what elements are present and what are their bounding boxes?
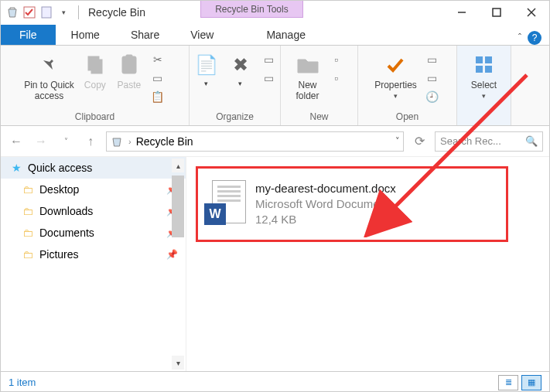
scroll-down-button[interactable]: ▾ [172,356,184,370]
file-size: 12,4 KB [255,212,396,227]
help-icon[interactable]: ? [528,31,541,45]
svg-rect-11 [476,56,483,63]
ribbon-body: Pin to Quick access Copy Paste ✂ ▭ 📋 Cli… [1,46,549,126]
new-folder-button: New folder [295,49,321,101]
crumb-dropdown-icon[interactable]: ˅ [395,136,400,146]
tiles-view-button[interactable]: ▦ [521,375,541,390]
copy-path-icon: ▭ [150,70,166,86]
pin-to-quick-access-button[interactable]: Pin to Quick access [24,49,74,101]
file-type: Microsoft Word Document [255,196,396,212]
svg-rect-12 [485,56,492,63]
svg-rect-14 [485,66,492,73]
breadcrumb[interactable]: › Recycle Bin ˅ [106,131,404,152]
file-list[interactable]: W my-dearest-document.docx Microsoft Wor… [186,157,549,371]
folder-icon: 🗀 [22,205,33,217]
select-icon [471,52,497,78]
window-controls [445,1,549,24]
minimize-button[interactable] [445,1,480,24]
new-folder-icon [295,52,321,78]
folder-icon: 🗀 [22,183,33,196]
move-to-icon: 📄 [193,52,220,78]
item-count: 1 item [9,377,36,388]
rename-icon: ▭ [261,70,277,86]
tab-view[interactable]: View [175,25,229,45]
properties-button[interactable]: Properties ▾ [374,49,417,100]
svg-rect-9 [126,55,132,59]
svg-rect-10 [125,61,134,70]
window-title: Recycle Bin [82,6,152,19]
group-open: Open [396,110,418,124]
quick-access-toolbar: ▾ [1,5,75,19]
search-input[interactable]: Search Rec... 🔍 [435,131,543,152]
checkbox-icon[interactable] [22,5,36,19]
up-button[interactable]: ↑ [81,132,100,151]
delete-icon: ✖ [227,52,254,78]
refresh-button[interactable]: ⟳ [410,132,429,151]
copy-to-icon: ▭ [261,52,277,67]
status-bar: 1 item ≣ ▦ [1,371,549,392]
contextual-tools-tab[interactable]: Recycle Bin Tools [200,1,303,18]
tab-file[interactable]: File [1,25,56,45]
scroll-up-button[interactable]: ▴ [172,159,184,172]
open-icon: ▭ [425,52,440,67]
properties-icon [382,52,408,78]
folder-icon: 🗀 [22,227,33,239]
back-button[interactable]: ← [7,132,26,151]
ribbon-collapse-icon[interactable]: ˆ [518,32,521,43]
file-item[interactable]: W my-dearest-document.docx Microsoft Wor… [196,166,508,242]
close-button[interactable] [514,1,549,24]
star-icon: ★ [12,162,22,174]
navigation-pane: ▴ ▾ ★ Quick access 🗀 Desktop 📌 🗀 Downloa… [1,157,186,371]
recent-dropdown[interactable]: ˅ [56,132,75,151]
main-area: ▴ ▾ ★ Quick access 🗀 Desktop 📌 🗀 Downloa… [1,157,549,371]
scrollbar-thumb[interactable] [172,176,184,237]
recycle-bin-icon[interactable] [5,5,19,19]
sidebar-item-documents[interactable]: 🗀 Documents 📌 [1,222,186,244]
paste-button: Paste [116,49,142,90]
copy-button: Copy [82,49,108,90]
sidebar-item-pictures[interactable]: 🗀 Pictures 📌 [1,244,186,265]
search-icon: 🔍 [525,135,538,147]
address-bar-row: ← → ˅ ↑ › Recycle Bin ˅ ⟳ Search Rec... … [1,126,549,157]
separator [78,5,79,19]
sidebar-item-downloads[interactable]: 🗀 Downloads 📌 [1,200,186,222]
new-item-icon: ▫ [329,52,344,67]
svg-rect-7 [91,60,102,73]
details-view-button[interactable]: ≣ [498,375,518,390]
word-document-icon: W [204,180,246,228]
maximize-button[interactable] [480,1,514,24]
select-button[interactable]: Select ▾ [471,49,497,100]
ribbon-tabs: File Home Share View Manage ˆ ? [1,24,549,46]
tab-home[interactable]: Home [56,25,115,45]
document-icon[interactable] [39,5,53,19]
svg-rect-1 [42,7,51,18]
edit-icon: ▭ [425,70,440,86]
qat-dropdown-icon[interactable]: ▾ [56,5,70,19]
pin-icon [36,52,62,78]
group-organize: Organize [216,110,254,124]
sidebar-item-desktop[interactable]: 🗀 Desktop 📌 [1,179,186,200]
crumb-label: Recycle Bin [136,135,193,148]
tab-share[interactable]: Share [115,25,175,45]
title-bar: ▾ Recycle Bin Recycle Bin Tools [1,1,549,24]
easy-access-icon: ▫ [329,70,344,86]
pin-icon: 📌 [166,249,178,260]
tab-manage[interactable]: Manage [251,25,321,45]
history-icon: 🕘 [425,89,440,104]
recycle-bin-icon [110,135,124,148]
group-new: New [309,110,328,124]
cut-icon: ✂ [150,52,166,67]
svg-rect-13 [476,66,483,73]
group-clipboard: Clipboard [75,110,114,124]
sidebar-item-quick-access[interactable]: ★ Quick access [1,157,186,179]
copy-icon [82,52,108,78]
paste-shortcut-icon: 📋 [150,89,166,104]
svg-rect-3 [493,9,500,16]
file-name: my-dearest-document.docx [255,181,396,196]
paste-icon [116,52,142,78]
search-placeholder: Search Rec... [440,135,501,147]
folder-icon: 🗀 [22,248,33,261]
forward-button[interactable]: → [32,132,50,151]
